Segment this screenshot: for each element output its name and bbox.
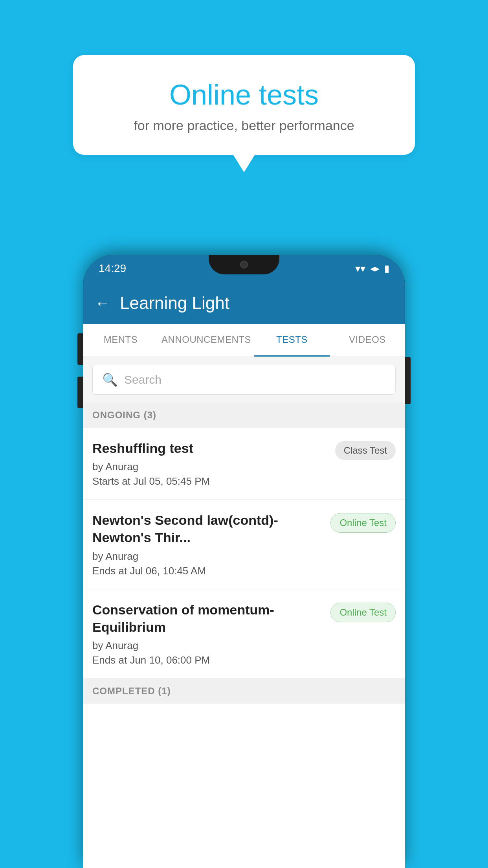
back-button[interactable]: ← [95, 294, 110, 312]
phone-side-button-vol-down [77, 377, 83, 408]
test-badge-1: Class Test [335, 441, 396, 460]
test-name-3: Conservation of momentum-Equilibrium [92, 601, 324, 636]
test-author-2: by Anurag [92, 550, 324, 563]
section-ongoing-title: ONGOING (3) [92, 410, 156, 420]
tab-ments[interactable]: MENTS [83, 324, 158, 357]
test-time-3: Ends at Jun 10, 06:00 PM [92, 654, 324, 666]
status-time: 14:29 [99, 262, 126, 275]
test-time-1: Starts at Jul 05, 05:45 PM [92, 475, 329, 487]
test-time-value-1: Jul 05, 05:45 PM [133, 475, 210, 487]
phone-notch [209, 255, 279, 274]
test-item-2[interactable]: Newton's Second law(contd)-Newton's Thir… [83, 500, 405, 589]
test-badge-3: Online Test [330, 603, 396, 622]
battery-icon: ▮ [384, 263, 389, 274]
phone-screen: ← Learning Light MENTS ANNOUNCEMENTS TES… [83, 282, 405, 868]
phone-side-button-power [405, 357, 411, 404]
section-ongoing-header: ONGOING (3) [83, 403, 405, 428]
test-item-1[interactable]: Reshuffling test by Anurag Starts at Jul… [83, 428, 405, 500]
speech-bubble: Online tests for more practice, better p… [73, 55, 415, 155]
tab-tests[interactable]: TESTS [254, 324, 330, 357]
search-icon: 🔍 [102, 372, 118, 387]
phone-frame: 14:29 ▾▾ ◂▸ ▮ ← Learning Light MENTS ANN… [83, 255, 405, 868]
section-completed-title: COMPLETED (1) [92, 686, 171, 696]
tab-announcements[interactable]: ANNOUNCEMENTS [158, 324, 254, 357]
test-badge-2: Online Test [330, 513, 396, 533]
phone-side-button-vol-up [77, 333, 83, 365]
test-info-3: Conservation of momentum-Equilibrium by … [92, 601, 324, 666]
test-name-1: Reshuffling test [92, 440, 329, 457]
search-bar[interactable]: 🔍 Search [92, 365, 396, 395]
phone-container: 14:29 ▾▾ ◂▸ ▮ ← Learning Light MENTS ANN… [83, 255, 405, 868]
bubble-subtitle: for more practice, better performance [105, 118, 383, 133]
test-time-2: Ends at Jul 06, 10:45 AM [92, 565, 324, 577]
status-icons: ▾▾ ◂▸ ▮ [355, 263, 389, 275]
test-time-value-2: Jul 06, 10:45 AM [130, 565, 206, 577]
tab-videos[interactable]: VIDEOS [330, 324, 405, 357]
bubble-title: Online tests [105, 79, 383, 111]
signal-icon: ◂▸ [370, 263, 380, 274]
test-time-label-2: Ends at [92, 565, 127, 577]
section-completed-header: COMPLETED (1) [83, 679, 405, 704]
test-info-2: Newton's Second law(contd)-Newton's Thir… [92, 511, 324, 577]
tab-bar: MENTS ANNOUNCEMENTS TESTS VIDEOS [83, 324, 405, 357]
speech-bubble-container: Online tests for more practice, better p… [73, 55, 415, 155]
test-author-1: by Anurag [92, 461, 329, 473]
wifi-icon: ▾▾ [355, 263, 365, 275]
test-name-2: Newton's Second law(contd)-Newton's Thir… [92, 511, 324, 546]
test-list-ongoing: Reshuffling test by Anurag Starts at Jul… [83, 428, 405, 679]
test-time-label-1: Starts at [92, 475, 130, 487]
test-item-3[interactable]: Conservation of momentum-Equilibrium by … [83, 589, 405, 679]
app-header: ← Learning Light [83, 282, 405, 324]
camera [240, 261, 248, 268]
test-author-3: by Anurag [92, 640, 324, 652]
app-title: Learning Light [120, 293, 229, 313]
search-placeholder: Search [124, 373, 161, 386]
status-bar: 14:29 ▾▾ ◂▸ ▮ [83, 255, 405, 282]
test-info-1: Reshuffling test by Anurag Starts at Jul… [92, 440, 329, 487]
search-container: 🔍 Search [83, 357, 405, 403]
test-time-label-3: Ends at [92, 654, 127, 666]
test-time-value-3: Jun 10, 06:00 PM [130, 654, 210, 666]
